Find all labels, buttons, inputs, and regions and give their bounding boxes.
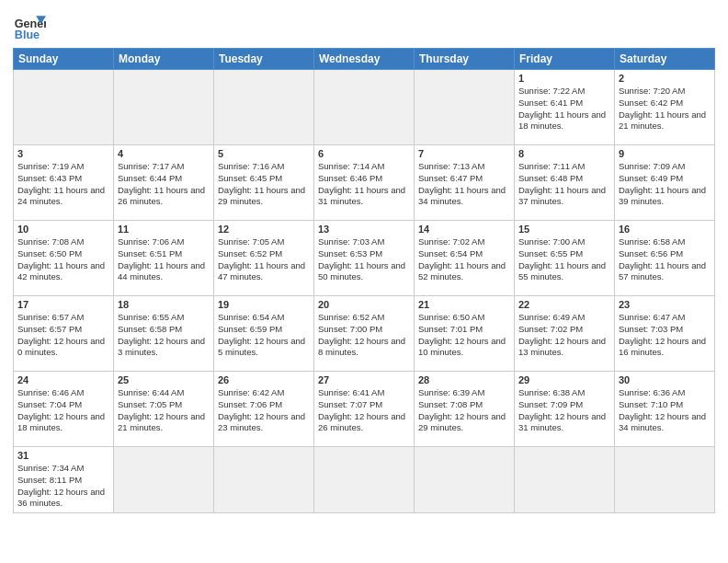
day-number: 11 [118,224,210,235]
day-info: Sunrise: 6:47 AM Sunset: 7:03 PM Dayligh… [619,312,711,359]
calendar-table: SundayMondayTuesdayWednesdayThursdayFrid… [13,48,715,513]
day-cell: 11Sunrise: 7:06 AM Sunset: 6:51 PM Dayli… [114,221,214,296]
day-number: 13 [318,224,410,235]
day-cell: 25Sunrise: 6:44 AM Sunset: 7:05 PM Dayli… [114,372,214,447]
day-cell [214,447,314,513]
week-row-0: 1Sunrise: 7:22 AM Sunset: 6:41 PM Daylig… [14,70,715,145]
day-cell [214,70,314,145]
day-info: Sunrise: 6:42 AM Sunset: 7:06 PM Dayligh… [218,387,310,434]
logo: General Blue [13,9,46,42]
day-cell: 24Sunrise: 6:46 AM Sunset: 7:04 PM Dayli… [14,372,114,447]
day-info: Sunrise: 7:22 AM Sunset: 6:41 PM Dayligh… [518,86,610,132]
day-cell: 12Sunrise: 7:05 AM Sunset: 6:52 PM Dayli… [214,221,314,296]
day-info: Sunrise: 6:41 AM Sunset: 7:07 PM Dayligh… [318,387,410,434]
day-number: 16 [619,224,711,235]
day-number: 19 [218,299,310,310]
day-cell: 28Sunrise: 6:39 AM Sunset: 7:08 PM Dayli… [415,372,515,447]
day-number: 8 [518,148,610,159]
day-cell: 9Sunrise: 7:09 AM Sunset: 6:49 PM Daylig… [615,145,715,221]
day-info: Sunrise: 7:17 AM Sunset: 6:44 PM Dayligh… [118,161,210,208]
calendar-body: 1Sunrise: 7:22 AM Sunset: 6:41 PM Daylig… [14,70,715,513]
day-cell: 6Sunrise: 7:14 AM Sunset: 6:46 PM Daylig… [314,145,415,221]
day-number: 9 [619,148,711,159]
day-info: Sunrise: 6:39 AM Sunset: 7:08 PM Dayligh… [418,387,510,434]
day-cell [314,447,415,513]
day-number: 25 [118,374,210,385]
day-info: Sunrise: 6:57 AM Sunset: 6:57 PM Dayligh… [17,312,109,359]
day-header-friday: Friday [515,49,615,70]
day-cell [114,70,214,145]
day-cell: 5Sunrise: 7:16 AM Sunset: 6:45 PM Daylig… [214,145,314,221]
day-number: 30 [619,374,711,385]
day-info: Sunrise: 7:05 AM Sunset: 6:52 PM Dayligh… [218,236,310,283]
day-number: 7 [418,148,510,159]
logo-icon: General Blue [13,9,46,42]
day-number: 4 [118,148,210,159]
day-info: Sunrise: 6:54 AM Sunset: 6:59 PM Dayligh… [218,312,310,359]
day-number: 15 [518,224,610,235]
day-info: Sunrise: 7:16 AM Sunset: 6:45 PM Dayligh… [218,161,310,208]
week-row-1: 3Sunrise: 7:19 AM Sunset: 6:43 PM Daylig… [14,145,715,221]
day-number: 20 [318,299,410,310]
day-cell: 19Sunrise: 6:54 AM Sunset: 6:59 PM Dayli… [214,296,314,372]
day-info: Sunrise: 7:13 AM Sunset: 6:47 PM Dayligh… [418,161,510,208]
day-cell: 17Sunrise: 6:57 AM Sunset: 6:57 PM Dayli… [14,296,114,372]
day-header-thursday: Thursday [415,49,515,70]
day-number: 28 [418,374,510,385]
day-cell: 23Sunrise: 6:47 AM Sunset: 7:03 PM Dayli… [615,296,715,372]
day-number: 31 [17,450,109,461]
day-number: 17 [17,299,109,310]
day-cell: 27Sunrise: 6:41 AM Sunset: 7:07 PM Dayli… [314,372,415,447]
day-cell: 7Sunrise: 7:13 AM Sunset: 6:47 PM Daylig… [415,145,515,221]
day-info: Sunrise: 6:55 AM Sunset: 6:58 PM Dayligh… [118,312,210,359]
day-header-wednesday: Wednesday [314,49,415,70]
day-cell: 14Sunrise: 7:02 AM Sunset: 6:54 PM Dayli… [415,221,515,296]
day-number: 3 [17,148,109,159]
day-info: Sunrise: 6:46 AM Sunset: 7:04 PM Dayligh… [17,387,109,434]
day-info: Sunrise: 7:02 AM Sunset: 6:54 PM Dayligh… [418,236,510,283]
day-number: 6 [318,148,410,159]
day-cell: 20Sunrise: 6:52 AM Sunset: 7:00 PM Dayli… [314,296,415,372]
day-number: 5 [218,148,310,159]
day-number: 22 [518,299,610,310]
day-cell: 29Sunrise: 6:38 AM Sunset: 7:09 PM Dayli… [515,372,615,447]
calendar-page: General Blue SundayMondayTuesdayWednesda… [0,0,728,523]
day-info: Sunrise: 6:58 AM Sunset: 6:56 PM Dayligh… [619,236,711,283]
day-cell: 2Sunrise: 7:20 AM Sunset: 6:42 PM Daylig… [615,70,715,145]
day-info: Sunrise: 7:09 AM Sunset: 6:49 PM Dayligh… [619,161,711,208]
day-cell [515,447,615,513]
day-info: Sunrise: 6:44 AM Sunset: 7:05 PM Dayligh… [118,387,210,434]
day-cell [415,447,515,513]
day-number: 1 [518,73,610,84]
day-cell: 22Sunrise: 6:49 AM Sunset: 7:02 PM Dayli… [515,296,615,372]
week-row-2: 10Sunrise: 7:08 AM Sunset: 6:50 PM Dayli… [14,221,715,296]
day-cell [615,447,715,513]
day-info: Sunrise: 6:52 AM Sunset: 7:00 PM Dayligh… [318,312,410,359]
day-number: 24 [17,374,109,385]
day-cell: 13Sunrise: 7:03 AM Sunset: 6:53 PM Dayli… [314,221,415,296]
day-info: Sunrise: 6:50 AM Sunset: 7:01 PM Dayligh… [418,312,510,359]
day-cell: 30Sunrise: 6:36 AM Sunset: 7:10 PM Dayli… [615,372,715,447]
day-info: Sunrise: 7:11 AM Sunset: 6:48 PM Dayligh… [518,161,610,208]
day-cell: 15Sunrise: 7:00 AM Sunset: 6:55 PM Dayli… [515,221,615,296]
day-header-sunday: Sunday [14,49,114,70]
day-info: Sunrise: 7:03 AM Sunset: 6:53 PM Dayligh… [318,236,410,283]
day-info: Sunrise: 7:34 AM Sunset: 8:11 PM Dayligh… [17,463,109,510]
day-number: 27 [318,374,410,385]
day-cell: 21Sunrise: 6:50 AM Sunset: 7:01 PM Dayli… [415,296,515,372]
day-number: 18 [118,299,210,310]
day-cell: 4Sunrise: 7:17 AM Sunset: 6:44 PM Daylig… [114,145,214,221]
day-info: Sunrise: 7:14 AM Sunset: 6:46 PM Dayligh… [318,161,410,208]
day-number: 14 [418,224,510,235]
day-number: 12 [218,224,310,235]
day-number: 26 [218,374,310,385]
day-header-monday: Monday [114,49,214,70]
day-info: Sunrise: 6:36 AM Sunset: 7:10 PM Dayligh… [619,387,711,434]
day-cell: 16Sunrise: 6:58 AM Sunset: 6:56 PM Dayli… [615,221,715,296]
day-cell: 3Sunrise: 7:19 AM Sunset: 6:43 PM Daylig… [14,145,114,221]
day-info: Sunrise: 6:49 AM Sunset: 7:02 PM Dayligh… [518,312,610,359]
day-cell [114,447,214,513]
day-cell: 26Sunrise: 6:42 AM Sunset: 7:06 PM Dayli… [214,372,314,447]
day-info: Sunrise: 7:20 AM Sunset: 6:42 PM Dayligh… [619,86,711,132]
day-info: Sunrise: 7:19 AM Sunset: 6:43 PM Dayligh… [17,161,109,208]
